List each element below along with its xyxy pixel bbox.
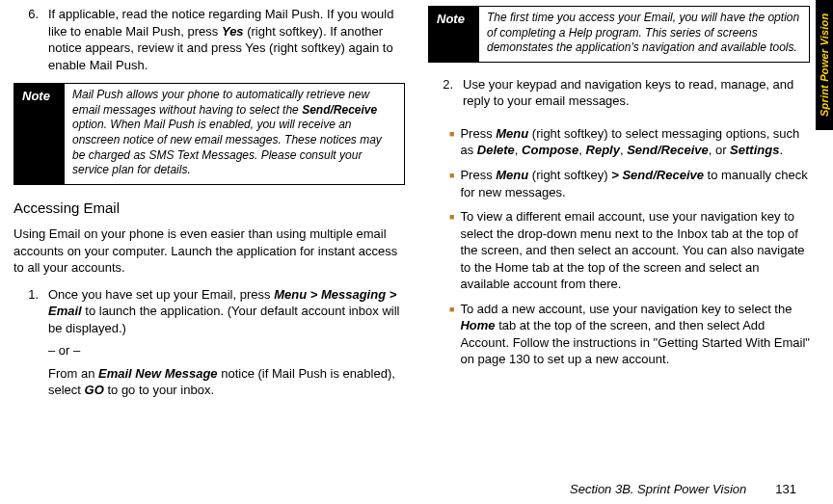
messaging-label: Messaging	[321, 287, 386, 302]
step-number: 1.	[13, 286, 39, 399]
menu-label: Menu	[496, 168, 528, 182]
bullet-text: Press Menu (right softkey) > Send/Receiv…	[460, 167, 810, 200]
bullet-list: ■ Press Menu (right softkey) to select m…	[449, 125, 810, 368]
menu-label: Menu	[496, 126, 528, 141]
text: Press	[460, 168, 496, 182]
menu-label: Menu	[274, 287, 307, 302]
note-label: Note	[14, 84, 65, 184]
text: (right softkey)	[528, 168, 611, 182]
text: .	[779, 143, 783, 157]
sendreceive-label: Send/Receive	[627, 143, 709, 157]
text: tab at the top of the screen, and then s…	[460, 318, 810, 366]
step-2-intro: Use your keypad and navigation keys to r…	[463, 76, 810, 110]
text: to go to your inbox.	[104, 383, 214, 397]
compose-label: Compose	[522, 143, 578, 157]
text: , or	[709, 143, 730, 157]
footer-section: Section 3B. Sprint Power Vision	[570, 481, 746, 498]
bullet-text: To add a new account, use your navigatio…	[460, 301, 810, 368]
step-body: If applicable, read the notice regarding…	[48, 6, 405, 73]
text: From an	[48, 366, 98, 381]
email-new-message-label: Email New Message	[98, 366, 218, 381]
go-label: GO	[85, 383, 104, 397]
text: to launch the application. (Your default…	[48, 304, 399, 335]
bullet-icon: ■	[449, 125, 454, 159]
note-box-mailpush: Note Mail Push allows your phone to auto…	[13, 83, 405, 185]
yes-label: Yes	[222, 24, 244, 39]
footer-page-number: 131	[775, 481, 796, 498]
or-separator: – or –	[48, 342, 405, 359]
note-text: Mail Push allows your phone to automatic…	[65, 84, 404, 184]
note-label: Note	[429, 7, 479, 62]
bullet-text: Press Menu (right softkey) to select mes…	[460, 125, 810, 159]
text: Once you have set up your Email, press	[48, 287, 274, 302]
note-box-firsttime: Note The first time you access your Emai…	[428, 6, 810, 63]
section-tab: Sprint Power Vision	[816, 0, 833, 130]
step-number: 2.	[428, 76, 453, 116]
sendreceive-label: Send/Receive	[302, 103, 377, 117]
page-footer: Section 3B. Sprint Power Vision 131	[570, 481, 796, 498]
right-column: Note The first time you access your Emai…	[428, 6, 810, 466]
text: To add a new account, use your navigatio…	[460, 302, 792, 316]
step-2: 2. Use your keypad and navigation keys t…	[428, 76, 810, 116]
bullet-icon: ■	[449, 167, 454, 200]
reply-label: Reply	[586, 143, 620, 157]
left-column: 6. If applicable, read the notice regard…	[13, 6, 405, 466]
bullet-text: To view a different email account, use y…	[460, 208, 810, 293]
text: ,	[515, 143, 522, 157]
step-body: Once you have set up your Email, press M…	[48, 286, 405, 399]
note-text: The first time you access your Email, yo…	[479, 7, 809, 62]
home-label: Home	[460, 318, 495, 332]
list-item: ■ Press Menu (right softkey) to select m…	[449, 125, 810, 159]
sendreceive-label: Send/Receive	[622, 168, 704, 182]
gt: >	[307, 287, 321, 302]
text: option. When Mail Push is enabled, you w…	[72, 118, 382, 176]
intro-paragraph: Using Email on your phone is even easier…	[13, 225, 405, 277]
step-body: Use your keypad and navigation keys to r…	[463, 76, 810, 116]
bullet-icon: ■	[449, 301, 454, 368]
list-item: ■ To add a new account, use your navigat…	[449, 301, 810, 368]
heading-accessing-email: Accessing Email	[13, 199, 405, 218]
list-item: ■ Press Menu (right softkey) > Send/Rece…	[449, 167, 810, 200]
step-number: 6.	[13, 6, 39, 73]
list-item: ■ To view a different email account, use…	[449, 208, 810, 293]
settings-label: Settings	[730, 143, 779, 157]
delete-label: Delete	[477, 143, 515, 157]
step-1: 1. Once you have set up your Email, pres…	[13, 286, 405, 399]
gt: >	[386, 287, 396, 302]
gt: >	[611, 168, 622, 182]
email-label: Email	[48, 304, 82, 318]
text: Press	[460, 126, 496, 141]
bullet-icon: ■	[449, 208, 454, 293]
text: ,	[578, 143, 585, 157]
step-6: 6. If applicable, read the notice regard…	[13, 6, 405, 73]
